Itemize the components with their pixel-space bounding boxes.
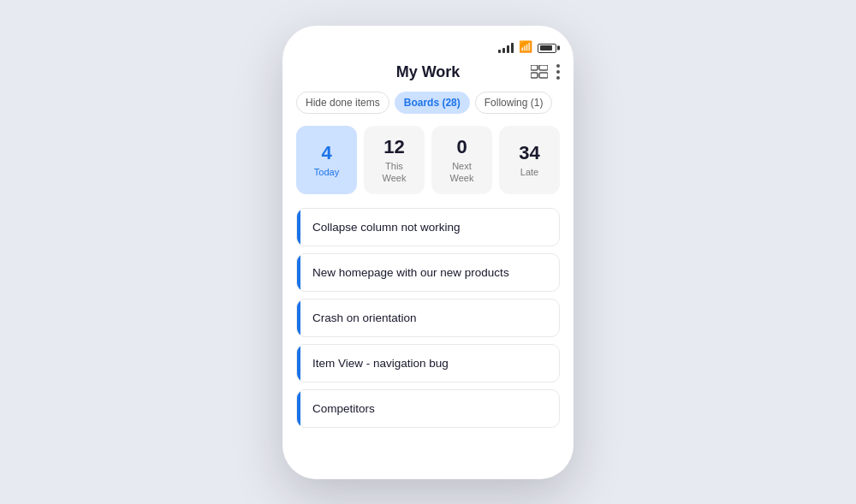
- task-item[interactable]: Competitors: [296, 389, 560, 428]
- filter-tab-boards[interactable]: Boards (28): [395, 92, 470, 114]
- stat-next-week-label: NextWeek: [450, 160, 474, 185]
- filter-tabs: Hide done items Boards (28) Following (1…: [296, 92, 560, 114]
- filter-tab-following[interactable]: Following (1): [475, 92, 553, 114]
- task-item[interactable]: New homepage with our new products: [296, 253, 560, 292]
- svg-rect-0: [531, 65, 538, 70]
- svg-point-4: [556, 64, 560, 68]
- app-header: My Work: [296, 56, 560, 92]
- stat-this-week[interactable]: 12 ThisWeek: [364, 126, 425, 195]
- header-actions: [531, 64, 560, 80]
- stat-late-label: Late: [520, 166, 538, 178]
- stats-row: 4 Today 12 ThisWeek 0 NextWeek 34 Late: [296, 126, 560, 195]
- app-content: My Work: [282, 56, 574, 479]
- svg-point-6: [556, 76, 560, 80]
- svg-point-5: [556, 70, 560, 74]
- more-button[interactable]: [556, 64, 560, 80]
- wifi-icon: 📶: [519, 40, 532, 53]
- signal-icon: [498, 43, 514, 53]
- stat-this-week-number: 12: [383, 136, 404, 158]
- stat-today[interactable]: 4 Today: [296, 126, 357, 195]
- stat-this-week-label: ThisWeek: [383, 160, 407, 185]
- task-item[interactable]: Item View - navigation bug: [296, 344, 560, 382]
- stat-late-number: 34: [519, 142, 539, 164]
- filter-tab-hide-done[interactable]: Hide done items: [296, 92, 389, 114]
- stat-today-label: Today: [314, 166, 339, 178]
- stat-next-week-number: 0: [456, 136, 467, 158]
- svg-rect-1: [539, 65, 548, 70]
- phone-notch: [381, 26, 475, 44]
- battery-icon: [538, 44, 556, 53]
- layout-button[interactable]: [531, 65, 548, 79]
- stat-today-number: 4: [321, 142, 331, 164]
- svg-rect-3: [539, 73, 548, 78]
- task-item[interactable]: Collapse column not working: [296, 208, 560, 246]
- stat-late[interactable]: 34 Late: [499, 126, 560, 195]
- phone-frame: 📶 My Work: [282, 26, 574, 479]
- page-title: My Work: [396, 63, 461, 81]
- task-list: Collapse column not working New homepage…: [296, 208, 560, 478]
- stat-next-week[interactable]: 0 NextWeek: [431, 126, 492, 195]
- svg-rect-2: [531, 73, 538, 78]
- task-item[interactable]: Crash on orientation: [296, 299, 560, 337]
